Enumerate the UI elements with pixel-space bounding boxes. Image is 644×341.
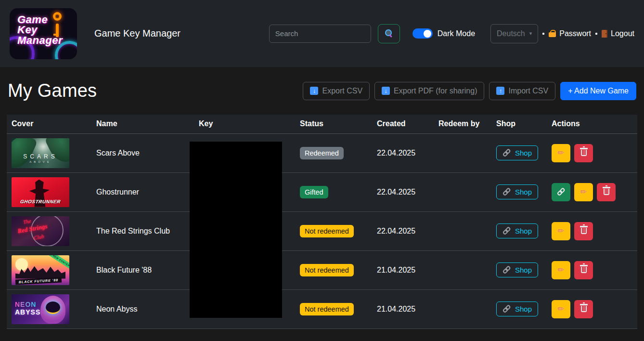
search-icon (385, 29, 393, 38)
delete-button[interactable] (574, 300, 593, 318)
redeem-by-cell (434, 250, 491, 289)
created-date: 22.04.2025 (377, 227, 415, 235)
logout-label: Logout (611, 29, 634, 38)
link-icon (502, 265, 512, 275)
name-cell: Black Future '88 (91, 250, 194, 289)
status-cell: Not redeemed (295, 289, 372, 328)
table-header-row: CoverNameKeyStatusCreatedRedeem byShopAc… (7, 115, 637, 133)
redeem-by-cell (434, 133, 491, 172)
cover-art-text: BLACK FUTURE '88 (15, 277, 62, 285)
logout-link[interactable]: Logout (602, 29, 634, 38)
password-link[interactable]: Passwort (549, 29, 591, 38)
game-name: Black Future '88 (96, 266, 152, 274)
chevron-down-icon: ▾ (529, 30, 532, 37)
status-badge: Not redeemed (300, 264, 354, 276)
cover-art-text: NEON (15, 301, 36, 308)
game-cover: TheRed StringsClub (12, 216, 69, 246)
trash-icon (581, 267, 587, 273)
shop-cell: Shop (491, 172, 547, 211)
delete-button[interactable] (574, 222, 593, 240)
edit-button[interactable]: ✏ (552, 261, 570, 279)
cover-cell: BLACK FUTURE '88NEW CONTENT (7, 250, 91, 289)
link-icon (502, 226, 512, 236)
trash-icon (581, 150, 587, 156)
edit-button[interactable]: ✏ (552, 222, 570, 240)
shop-button[interactable]: Shop (496, 262, 538, 277)
created-date: 22.04.2025 (377, 149, 415, 157)
delete-button[interactable] (574, 144, 593, 162)
status-badge: Not redeemed (300, 225, 354, 237)
status-cell: Gifted (295, 172, 372, 211)
cover-art-text: Club (33, 233, 44, 241)
status-cell: Not redeemed (295, 250, 372, 289)
shop-button-label: Shop (515, 227, 532, 235)
search-input[interactable] (269, 25, 371, 43)
import-csv-button[interactable]: ↑ Import CSV (489, 82, 555, 100)
created-cell: 21.04.2025 (372, 250, 434, 289)
cover-art-text: ABYSS (15, 308, 40, 316)
shop-button[interactable]: Shop (496, 184, 538, 199)
edit-button[interactable]: ✏ (574, 183, 593, 201)
actions-cell: ✏ (547, 250, 637, 289)
lock-icon (549, 30, 556, 37)
link-icon (502, 304, 512, 314)
export-csv-button[interactable]: ↓ Export CSV (303, 82, 370, 100)
column-header: Name (91, 115, 194, 133)
actions-cell: ✏ (547, 172, 637, 211)
cover-art-text: The (23, 218, 31, 225)
cover-cell: NEONABYSS (7, 289, 91, 328)
delete-button[interactable] (574, 261, 593, 279)
cover-ribbon: NEW CONTENT (45, 255, 69, 273)
created-cell: 22.04.2025 (372, 172, 434, 211)
delete-button[interactable] (597, 183, 616, 201)
shop-button[interactable]: Shop (496, 302, 538, 316)
door-icon (602, 30, 607, 38)
created-date: 21.04.2025 (377, 305, 415, 313)
redeem-by-cell (434, 289, 491, 328)
status-badge: Not redeemed (300, 303, 354, 315)
password-label: Passwort (559, 29, 591, 38)
cover-cell: SCARSABOVE (7, 133, 91, 172)
cover-art-text: SCARS (12, 153, 69, 160)
edit-button[interactable]: ✏ (552, 144, 570, 162)
navbar: Game Key Manager Game Key Manager Dark M… (0, 0, 644, 67)
upload-icon: ↑ (496, 87, 504, 95)
status-cell: Redeemed (295, 133, 372, 172)
toggle-knob (424, 30, 431, 38)
trash-icon (604, 189, 609, 195)
created-cell: 22.04.2025 (372, 133, 434, 172)
games-table: CoverNameKeyStatusCreatedRedeem byShopAc… (7, 115, 637, 329)
table-row: TheRed StringsClub The Red Strings Club … (7, 211, 637, 250)
link-button[interactable] (552, 183, 570, 201)
logo-text: Game Key Manager (10, 8, 77, 46)
shop-cell: Shop (491, 289, 547, 328)
column-header: Key (194, 115, 295, 133)
cover-art-text: GHOSTRUNNER (12, 199, 69, 204)
column-header: Redeem by (434, 115, 491, 133)
table-row: BLACK FUTURE '88NEW CONTENT Black Future… (7, 250, 637, 289)
export-pdf-button[interactable]: ↓ Export PDF (for sharing) (374, 82, 484, 100)
pencil-icon: ✏ (557, 265, 564, 275)
cover-cell: TheRed StringsClub (7, 211, 91, 250)
pencil-icon: ✏ (557, 226, 564, 236)
shop-button[interactable]: Shop (496, 145, 538, 160)
navbar-right: Dark Mode Deutsch ▾ Passwort Logout (269, 24, 634, 43)
name-cell: Neon Abyss (91, 289, 194, 328)
add-new-game-button[interactable]: + Add New Game (560, 82, 636, 100)
app-title: Game Key Manager (94, 28, 180, 39)
edit-button[interactable]: ✏ (552, 300, 570, 318)
link-icon (556, 187, 566, 197)
dark-mode-toggle[interactable] (412, 28, 433, 39)
language-dropdown[interactable]: Deutsch ▾ (490, 24, 538, 43)
separator-dot (595, 33, 597, 35)
shop-cell: Shop (491, 133, 547, 172)
name-cell: Scars Above (91, 133, 194, 172)
shop-button[interactable]: Shop (496, 223, 538, 238)
search-button[interactable] (378, 24, 400, 43)
table-row: NEONABYSS Neon Abyss Not redeemed 21.04.… (7, 289, 637, 328)
download-icon: ↓ (382, 87, 390, 95)
redacted-key-block (190, 142, 282, 318)
column-header: Status (295, 115, 372, 133)
name-cell: Ghostrunner (91, 172, 194, 211)
table-row: GHOSTRUNNER Ghostrunner Gifted 22.04.202… (7, 172, 637, 211)
